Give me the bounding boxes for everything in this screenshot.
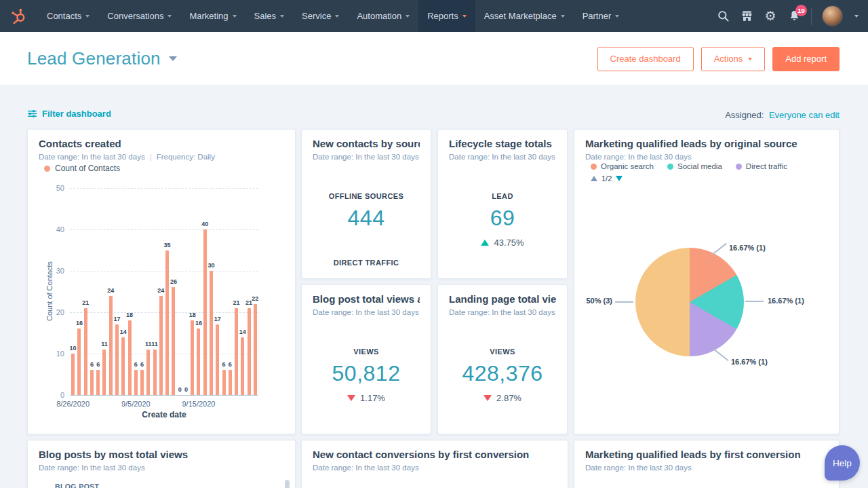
card-date-range: Date range: In the last 30 days	[585, 464, 828, 472]
bar[interactable]	[203, 229, 207, 395]
metric-label: LEAD	[438, 192, 567, 200]
bar[interactable]	[241, 337, 244, 395]
bar[interactable]	[153, 350, 157, 395]
notifications-bell-icon[interactable]: 19	[787, 10, 801, 23]
legend-item[interactable]: Social media	[667, 162, 722, 170]
bar[interactable]	[210, 271, 213, 395]
help-button[interactable]: Help	[825, 445, 860, 481]
card-date-range: Date range: In the last 30 days	[449, 153, 556, 161]
bar-value-label: 14	[239, 329, 246, 335]
bar[interactable]	[172, 287, 175, 395]
metric-delta: 1.17%	[302, 393, 431, 403]
nav-item-marketing[interactable]: Marketing	[180, 0, 245, 32]
gridline	[70, 395, 258, 396]
bar[interactable]	[159, 296, 163, 395]
card-title: Lifecycle stage totals	[449, 138, 556, 149]
table-column-header: BLOG POST	[55, 483, 99, 488]
bar-value-label: 21	[82, 299, 89, 306]
settings-gear-icon[interactable]: ⚙	[764, 10, 777, 23]
marketplace-icon[interactable]	[740, 10, 753, 23]
gridline	[70, 312, 258, 313]
metric: VIEWS 50,812 1.17%	[302, 348, 431, 403]
pie-slice-label: 50% (3)	[581, 297, 612, 305]
nav-item-automation[interactable]: Automation	[348, 0, 418, 32]
bar-value-label: 11	[101, 341, 108, 348]
legend-item[interactable]: Direct traffic	[736, 162, 787, 170]
bar[interactable]	[248, 308, 251, 395]
nav-item-sales[interactable]: Sales	[245, 0, 294, 32]
metric: VIEWS 428,376 2.87%	[438, 348, 567, 403]
bar[interactable]	[109, 296, 113, 395]
filter-sliders-icon	[27, 109, 37, 119]
scrollbar[interactable]	[285, 480, 290, 488]
legend-dot	[44, 166, 50, 172]
bar[interactable]	[235, 308, 238, 395]
y-axis-tick: 50	[47, 184, 64, 192]
callout-line	[711, 243, 726, 255]
card-lifecycle-stage-totals: Lifecycle stage totals Date range: In th…	[437, 129, 568, 279]
dashboard-title-dropdown[interactable]: Lead Generation	[27, 48, 177, 69]
bar-value-label: 30	[208, 262, 214, 269]
bar-value-label: 18	[189, 312, 196, 318]
bar-value-label: 6	[229, 361, 232, 368]
nav-item-asset-marketplace[interactable]: Asset Marketplace	[475, 0, 574, 32]
callout-line	[615, 301, 633, 303]
metric: LEAD 69 43.75%	[438, 192, 567, 248]
x-axis-title: Create date	[70, 410, 258, 419]
scrollbar-thumb[interactable]	[285, 480, 290, 488]
bar[interactable]	[191, 320, 194, 395]
bar[interactable]	[216, 324, 219, 395]
card-blog-posts-by-most-total-views: Blog posts by most total views Date rang…	[27, 440, 296, 488]
bar[interactable]	[165, 250, 169, 396]
nav-item-reports[interactable]: Reports	[418, 0, 475, 32]
pager-up-icon[interactable]	[591, 176, 597, 181]
user-avatar[interactable]	[822, 5, 843, 26]
bar[interactable]	[229, 370, 232, 395]
nav-item-contacts[interactable]: Contacts	[38, 0, 98, 32]
nav-item-service[interactable]: Service	[293, 0, 348, 32]
bar[interactable]	[71, 354, 75, 395]
mql-pie[interactable]	[635, 248, 744, 356]
bar[interactable]	[121, 337, 125, 395]
bar-value-label: 24	[107, 287, 114, 294]
card-mql-by-original-source: Marketing qualified leads by original so…	[574, 129, 840, 434]
page-header: Lead Generation Create dashboard Actions…	[0, 32, 868, 86]
bar[interactable]	[96, 370, 100, 395]
add-report-button[interactable]: Add report	[772, 47, 840, 71]
bar-value-label: 40	[201, 221, 208, 227]
bar-value-label: 21	[233, 299, 240, 306]
bar[interactable]	[146, 350, 150, 395]
bar[interactable]	[134, 370, 138, 395]
actions-button[interactable]: Actions	[701, 47, 766, 71]
pager-down-icon[interactable]	[616, 176, 623, 181]
card-title: Marketing qualified leads by original so…	[585, 138, 828, 149]
bar[interactable]	[90, 370, 94, 395]
legend-dot	[736, 164, 742, 170]
chart-legend: Count of Contacts	[44, 164, 120, 173]
chevron-down-icon	[335, 15, 339, 18]
card-blog-post-total-views: Blog post total views a... Date range: I…	[301, 284, 431, 434]
bar[interactable]	[140, 370, 144, 395]
bar[interactable]	[128, 320, 132, 395]
bar[interactable]	[77, 329, 81, 395]
create-dashboard-button[interactable]: Create dashboard	[597, 47, 694, 71]
chevron-down-icon	[167, 15, 172, 18]
bar[interactable]	[102, 350, 106, 395]
bar[interactable]	[254, 304, 257, 395]
filter-dashboard-link[interactable]: Filter dashboard	[27, 109, 111, 119]
legend-item[interactable]: Organic search	[591, 162, 654, 170]
hubspot-logo-icon[interactable]	[0, 0, 38, 32]
callout-line	[745, 301, 764, 302]
bar[interactable]	[84, 308, 87, 395]
nav-item-conversations[interactable]: Conversations	[98, 0, 180, 32]
bar[interactable]	[115, 324, 119, 395]
assigned-permission-link[interactable]: Everyone can edit	[769, 110, 840, 120]
bar[interactable]	[197, 329, 200, 395]
nav-divider	[811, 7, 812, 25]
bar[interactable]	[222, 370, 226, 395]
card-new-contact-conversions: New contact conversions by first convers…	[301, 440, 568, 488]
nav-item-partner[interactable]: Partner	[574, 0, 629, 32]
search-icon[interactable]	[716, 10, 730, 23]
account-chevron-down-icon[interactable]	[854, 15, 859, 18]
card-landing-page-total-views: Landing page total vie... Date range: In…	[437, 284, 568, 434]
